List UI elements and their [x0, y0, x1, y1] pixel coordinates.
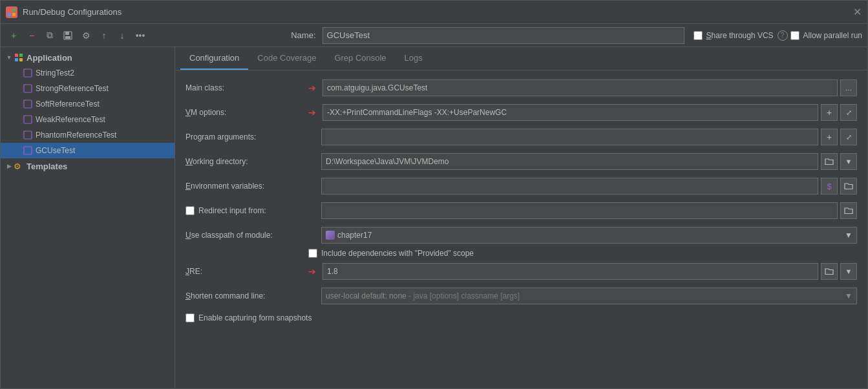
main-class-browse-button[interactable]: … [840, 79, 857, 96]
share-vcs-checkbox[interactable] [693, 31, 703, 40]
phantomreferencetest-label: PhantomReferenceTest [36, 131, 116, 140]
name-row: Name: [291, 27, 684, 44]
help-icon[interactable]: ? [778, 30, 788, 41]
more-button[interactable]: ••• [132, 28, 148, 43]
redirect-input-control [308, 202, 857, 219]
sidebar-item-weakreferencetest[interactable]: WeakReferenceTest [1, 112, 175, 127]
remove-button[interactable]: − [24, 28, 39, 43]
jre-dropdown-button[interactable]: ▼ [840, 263, 857, 280]
gcusetest-label: GCUseTest [36, 146, 75, 155]
close-button[interactable]: ✕ [852, 7, 862, 17]
svg-rect-9 [15, 58, 18, 61]
svg-rect-13 [24, 100, 32, 108]
copy-button[interactable]: ⧉ [42, 28, 58, 43]
jre-row: JRE: ➔ ▼ [185, 260, 857, 282]
name-input[interactable] [323, 27, 684, 44]
working-directory-dropdown-button[interactable]: ▼ [840, 153, 857, 170]
expand-arrow-application: ▼ [5, 53, 14, 62]
environment-variables-input[interactable] [321, 178, 818, 194]
run-config-icon-gcusetest [23, 145, 33, 156]
working-directory-label: Working directory: [185, 157, 308, 166]
sidebar-item-phantomreferencetest[interactable]: PhantomReferenceTest [1, 127, 175, 143]
main-class-label: Main class: [185, 83, 308, 92]
program-arguments-plus-button[interactable]: + [821, 129, 838, 145]
jre-folder-button[interactable] [821, 263, 838, 280]
environment-variables-control: $ [308, 178, 857, 194]
program-arguments-expand-button[interactable]: ⤢ [840, 129, 857, 145]
sidebar-item-application[interactable]: ▼ Application [1, 50, 175, 65]
vm-options-plus-button[interactable]: + [821, 104, 838, 121]
main-content: ▼ Application [1, 47, 867, 388]
expand-arrow-templates: ▶ [5, 162, 14, 171]
move-down-button[interactable]: ↓ [114, 28, 130, 43]
run-config-icon-stringtest2 [23, 68, 33, 78]
allow-parallel-checkbox[interactable] [790, 31, 799, 40]
use-classpath-dropdown-arrow: ▼ [845, 231, 852, 240]
enable-capturing-checkbox[interactable] [185, 313, 195, 322]
vm-options-control: ➔ + ⤢ [308, 104, 857, 121]
svg-rect-16 [24, 147, 32, 154]
softreferencetest-label: SoftReferenceTest [36, 100, 100, 109]
redirect-input-checkbox[interactable] [185, 206, 195, 215]
tab-logs[interactable]: Logs [396, 47, 432, 70]
module-icon [326, 231, 335, 240]
environment-variables-folder-button[interactable] [840, 178, 857, 194]
sidebar-item-templates[interactable]: ▶ ⚙ Templates [1, 158, 175, 174]
run-debug-configurations-window: Run/Debug Configurations ✕ + − ⧉ ⚙ ↑ ↓ •… [0, 0, 868, 389]
sidebar-item-gcusetest[interactable]: GCUseTest [1, 143, 175, 158]
main-class-input[interactable] [323, 79, 838, 96]
redirect-input-input[interactable] [321, 202, 838, 219]
shorten-command-line-select[interactable]: user-local default: none - java [options… [321, 288, 857, 304]
app-icon [6, 6, 17, 18]
save-button[interactable] [60, 28, 76, 43]
application-label: Application [26, 53, 72, 63]
window-title: Run/Debug Configurations [23, 7, 852, 17]
tab-configuration[interactable]: Configuration [180, 47, 248, 70]
run-config-icon-weakreferencetest [23, 114, 33, 125]
svg-rect-3 [12, 13, 16, 16]
program-arguments-label: Program arguments: [185, 132, 308, 142]
right-panel: Configuration Code Coverage Grep Console… [175, 47, 867, 388]
working-directory-input[interactable] [321, 153, 818, 170]
shorten-command-line-row: Shorten command line: user-local default… [185, 285, 857, 307]
svg-rect-15 [24, 131, 32, 139]
vm-options-input[interactable] [323, 104, 818, 121]
svg-rect-1 [12, 8, 16, 12]
move-up-button[interactable]: ↑ [96, 28, 112, 43]
include-dependencies-checkbox[interactable] [308, 249, 317, 258]
weakreferencetest-label: WeakReferenceTest [36, 115, 105, 124]
vm-options-arrow-icon: ➔ [308, 107, 316, 118]
run-config-icon-strongreferencetest [23, 83, 33, 94]
shorten-command-line-label: Shorten command line: [185, 291, 308, 300]
environment-variables-label: Environment variables: [185, 182, 308, 191]
sidebar-item-stringtest2[interactable]: StringTest2 [1, 65, 175, 81]
jre-arrow-icon: ➔ [308, 266, 316, 277]
title-bar: Run/Debug Configurations ✕ [1, 1, 867, 24]
run-config-icon-softreferencetest [23, 99, 33, 109]
program-arguments-input[interactable] [321, 129, 818, 145]
use-classpath-select[interactable]: chapter17 ▼ [321, 227, 857, 244]
vm-options-row: VM options: ➔ + ⤢ [185, 101, 857, 123]
environment-variables-dollar-button[interactable]: $ [821, 178, 838, 194]
working-directory-folder-button[interactable] [821, 153, 838, 170]
svg-rect-5 [65, 32, 69, 35]
share-vcs-label: Share through VCS [706, 31, 774, 40]
vm-options-label: VM options: [185, 108, 308, 117]
add-button[interactable]: + [6, 28, 21, 43]
tabs: Configuration Code Coverage Grep Console… [175, 47, 867, 70]
allow-parallel-row: Allow parallel run [790, 31, 862, 40]
tab-grep-console[interactable]: Grep Console [325, 47, 395, 70]
settings-button[interactable]: ⚙ [78, 28, 94, 43]
redirect-input-folder-button[interactable] [840, 202, 857, 219]
jre-input[interactable] [323, 263, 818, 280]
environment-variables-row: Environment variables: $ [185, 175, 857, 197]
enable-capturing-row: Enable capturing form snapshots [185, 310, 857, 322]
main-class-arrow-icon: ➔ [308, 83, 316, 93]
vm-options-expand-button[interactable]: ⤢ [840, 104, 857, 121]
sidebar-item-softreferencetest[interactable]: SoftReferenceTest [1, 96, 175, 112]
include-dependencies-row: Include dependencies with "Provided" sco… [185, 249, 857, 258]
main-class-row: Main class: ➔ … [185, 77, 857, 99]
jre-label: JRE: [185, 267, 308, 276]
tab-code-coverage[interactable]: Code Coverage [248, 47, 325, 70]
sidebar-item-strongreferencetest[interactable]: StrongReferenceTest [1, 81, 175, 96]
